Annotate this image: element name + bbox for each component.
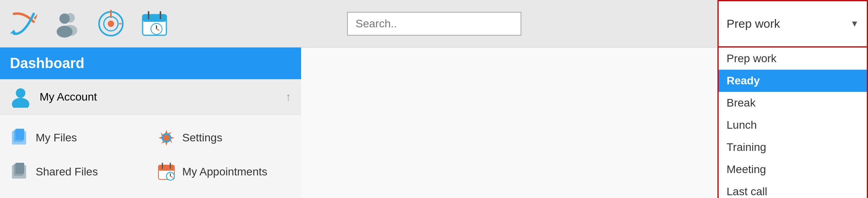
svg-rect-12: [143, 15, 166, 22]
svg-rect-22: [15, 129, 24, 140]
calendar-icon-button[interactable]: [139, 8, 170, 40]
dropdown-item-meeting[interactable]: Meeting: [719, 158, 867, 181]
dropdown-item-break[interactable]: Break: [719, 92, 867, 114]
svg-rect-28: [15, 163, 24, 174]
target-icon-button[interactable]: [95, 8, 127, 40]
status-current-label: Prep work: [727, 17, 780, 30]
up-arrow-icon: ↑: [286, 91, 291, 103]
dashboard-title: Dashboard: [10, 55, 84, 72]
svg-point-8: [108, 21, 114, 27]
settings-icon: [156, 128, 176, 148]
svg-point-4: [59, 13, 70, 24]
svg-point-18: [16, 88, 25, 98]
sidebar-item-shared-files[interactable]: Shared Files: [4, 155, 151, 189]
sidebar-header: Dashboard: [0, 48, 301, 79]
sidebar-item-my-files[interactable]: My Files: [4, 121, 151, 155]
svg-point-5: [57, 26, 72, 38]
svg-rect-30: [158, 165, 174, 171]
shared-files-label: Shared Files: [36, 166, 98, 178]
search-area: [347, 12, 521, 36]
my-files-label: My Files: [36, 131, 77, 144]
dropdown-item-prep-work[interactable]: Prep work: [719, 48, 867, 70]
toolbar: Prep work ▼ Prep work Ready Break Lunch …: [0, 0, 868, 48]
settings-label: Settings: [182, 131, 222, 144]
chevron-down-icon: ▼: [850, 19, 859, 29]
svg-point-19: [12, 98, 29, 108]
appointments-icon: [156, 162, 176, 182]
sidebar-item-settings[interactable]: Settings: [151, 121, 297, 155]
search-input[interactable]: [347, 12, 521, 36]
sidebar-item-appointments[interactable]: My Appointments: [151, 155, 297, 189]
sidebar: Dashboard My Account ↑: [0, 48, 301, 198]
svg-point-25: [164, 136, 168, 140]
status-dropdown-menu: Prep work Ready Break Lunch Training Mee…: [717, 48, 868, 198]
dropdown-item-last-call[interactable]: Last call: [719, 181, 867, 198]
cross-icon-button[interactable]: [8, 8, 40, 40]
shared-files-icon: [10, 162, 30, 182]
files-icon: [10, 128, 30, 148]
people-icon-button[interactable]: [52, 8, 83, 40]
dropdown-item-lunch[interactable]: Lunch: [719, 114, 867, 136]
dropdown-item-training[interactable]: Training: [719, 136, 867, 158]
app-container: Prep work ▼ Prep work Ready Break Lunch …: [0, 0, 868, 198]
appointments-label: My Appointments: [182, 166, 267, 178]
account-icon: [10, 86, 32, 108]
status-dropdown-button[interactable]: Prep work ▼: [717, 0, 868, 48]
status-dropdown-area: Prep work ▼ Prep work Ready Break Lunch …: [717, 0, 868, 198]
sidebar-account-row[interactable]: My Account ↑: [0, 79, 301, 115]
account-label: My Account: [40, 91, 97, 103]
dropdown-item-ready[interactable]: Ready: [719, 70, 867, 92]
sidebar-items-list: My Files: [0, 115, 301, 195]
